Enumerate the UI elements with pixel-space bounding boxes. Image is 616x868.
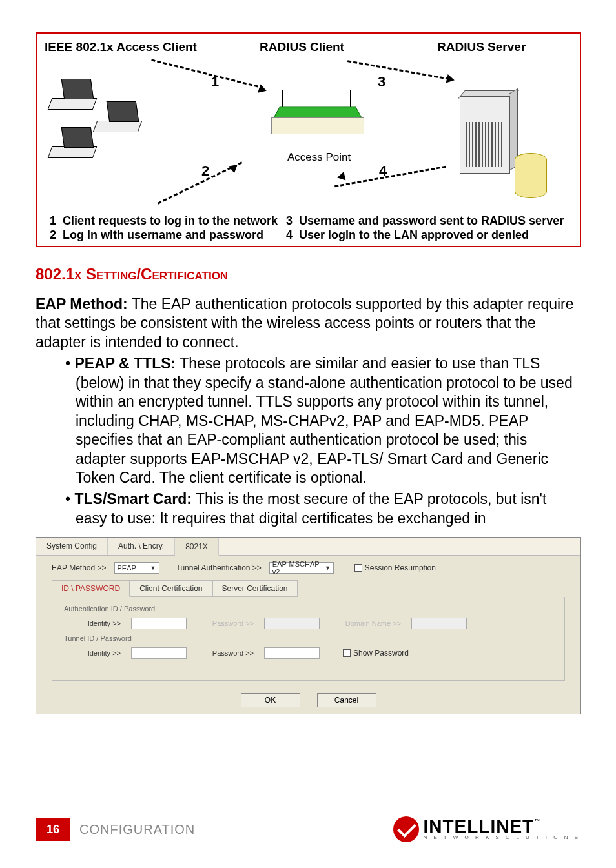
server-icon [450, 88, 521, 179]
label-radius-server: RADIUS Server [437, 40, 526, 54]
label-radius-client: RADIUS Client [260, 40, 344, 54]
domain-label: Domain Name >> [330, 620, 401, 627]
tab-system-config[interactable]: System Config [36, 538, 108, 555]
section-heading: 802.1x Setting/Certification [36, 265, 580, 283]
arrow-num-1: 1 [211, 74, 219, 90]
arrow-head-icon [336, 172, 346, 182]
id-password-panel: Authentication ID / Password Identity >>… [52, 597, 565, 681]
laptop-icon [95, 101, 140, 132]
page-number: 16 [36, 818, 70, 841]
step-2: 2 Log in with username and password [50, 228, 263, 242]
bullet-tls: • TLS/Smart Card: This is the most secur… [36, 490, 580, 528]
tunnel-identity-input[interactable] [131, 647, 187, 659]
arrow-head-icon [258, 84, 268, 95]
subtab-server-cert[interactable]: Server Certification [212, 580, 298, 597]
body-paragraph-eap: EAP Method: The EAP authentication proto… [36, 295, 580, 352]
laptop-icon [50, 79, 95, 110]
brand-logo: INTELLINET™ N E T W O R K S O L U T I O … [393, 816, 580, 842]
cancel-button[interactable]: Cancel [317, 693, 376, 707]
checkmark-icon [393, 816, 419, 842]
logo-text-main: INTELLINET™ [423, 818, 580, 834]
domain-input[interactable] [411, 618, 467, 629]
label-access-client: IEEE 802.1x Access Client [45, 40, 197, 54]
tunnel-auth-label: Tunnel Authentication >> [176, 563, 262, 572]
tab-auth-encry[interactable]: Auth. \ Encry. [108, 538, 175, 555]
tunnel-identity-label: Identity >> [64, 649, 121, 657]
chevron-down-icon: ▼ [150, 565, 156, 571]
tunnel-password-label: Password >> [197, 649, 254, 657]
group-auth-id: Authentication ID / Password [64, 605, 553, 612]
footer-section: CONFIGURATION [79, 822, 195, 837]
subtab-client-cert[interactable]: Client Certification [130, 580, 212, 597]
logo-text-sub: N E T W O R K S O L U T I O N S [423, 834, 580, 840]
chevron-down-icon: ▼ [325, 565, 331, 571]
ok-button[interactable]: OK [241, 693, 300, 707]
password-label: Password >> [197, 620, 254, 627]
session-resumption-label: Session Resumption [365, 563, 436, 572]
settings-dialog: System Config Auth. \ Encry. 8021X EAP M… [36, 537, 581, 714]
tunnel-password-input[interactable] [264, 647, 320, 659]
radius-diagram: IEEE 802.1x Access Client RADIUS Client … [36, 32, 581, 247]
label-access-point: Access Point [287, 151, 351, 164]
arrow-1 [151, 59, 258, 87]
step-3: 3 Username and password sent to RADIUS s… [286, 214, 564, 228]
show-password-checkbox[interactable] [343, 649, 351, 657]
identity-label: Identity >> [64, 620, 121, 627]
show-password-label: Show Password [353, 649, 409, 658]
laptop-icon [50, 127, 95, 158]
arrow-head-icon [446, 74, 456, 85]
eap-method-dropdown[interactable]: PEAP▼ [114, 562, 159, 574]
step-1: 1 Client requests to log in to the netwo… [50, 214, 278, 228]
password-input[interactable] [264, 618, 320, 629]
tab-8021x[interactable]: 8021X [175, 538, 219, 556]
arrow-num-4: 4 [379, 163, 387, 179]
bullet-peap: • PEAP & TTLS: These protocols are simil… [36, 354, 580, 487]
arrow-4 [334, 166, 446, 187]
subtab-id-password[interactable]: ID \ PASSWORD [52, 580, 130, 597]
tunnel-auth-dropdown[interactable]: EAP-MSCHAP v2▼ [269, 562, 334, 574]
eap-method-label: EAP Method >> [52, 563, 107, 572]
identity-input[interactable] [131, 618, 187, 629]
arrow-num-2: 2 [201, 163, 209, 179]
session-resumption-checkbox[interactable] [354, 564, 362, 572]
group-tunnel-id: Tunnel ID / Password [64, 634, 553, 642]
step-4: 4 User login to the LAN approved or deni… [286, 228, 529, 242]
dialog-tabs: System Config Auth. \ Encry. 8021X [36, 538, 580, 556]
page-footer: 16 CONFIGURATION INTELLINET™ N E T W O R… [0, 816, 616, 842]
arrow-num-3: 3 [378, 74, 385, 90]
arrow-3 [347, 60, 449, 80]
access-point-icon [269, 105, 366, 143]
